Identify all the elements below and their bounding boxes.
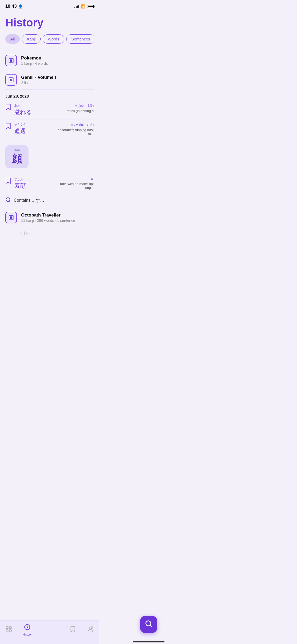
- list-item-pokemon[interactable]: Pokemon 1 kanji · 4 words: [5, 51, 94, 70]
- genki-subtitle: 2 lists: [21, 81, 56, 85]
- signal-bars-icon: [74, 4, 79, 8]
- tab-kanji[interactable]: Kanji: [22, 34, 41, 44]
- svg-rect-0: [10, 59, 12, 61]
- main-content: History All Kanji Words Sentences Lists …: [0, 11, 99, 262]
- kanji-souguu: 遭遇: [14, 127, 48, 135]
- octopath-icon: [5, 212, 17, 223]
- kanji-card-kao[interactable]: facial 顔: [5, 145, 29, 168]
- status-time: 18:43: [5, 4, 17, 9]
- word-entry-souguu[interactable]: そうぐう 遭遇 n. / v. (intr. する) encounter; ru…: [5, 119, 94, 139]
- word-main-souguu: そうぐう 遭遇: [14, 123, 48, 135]
- bookmark-abureru: [5, 104, 11, 112]
- octopath-subtitle: 11 kanji · 296 words · 1 sentence: [21, 218, 75, 223]
- battery-icon: [87, 5, 94, 8]
- word-entry-abureru[interactable]: あぶ 溢れる v. (intr. 1段) to fail (in getting…: [5, 100, 94, 119]
- kanji-card-char: 顔: [12, 152, 22, 166]
- genki-text: Genki - Volume I 2 lists: [21, 75, 56, 85]
- date-label: Jun 28, 2023: [5, 94, 94, 98]
- word-type-souguu: n. / v. (intr. する): [51, 123, 94, 127]
- filter-tabs: All Kanji Words Sentences Lists: [5, 34, 94, 45]
- word-type-abureru: v. (intr. 1段): [67, 104, 94, 108]
- furigana-sugao: すがお: [14, 177, 48, 181]
- tab-sentences[interactable]: Sentences: [66, 34, 94, 44]
- list-item-genki[interactable]: Genki - Volume I 2 lists: [5, 70, 94, 90]
- pokemon-subtitle: 1 kanji · 4 words: [21, 61, 48, 66]
- word-main-sugao: すがお 素顔: [14, 177, 48, 190]
- word-def-sugao: face with no make-up; unp...: [51, 182, 94, 190]
- word-right-sugao: n. face with no make-up; unp...: [51, 177, 94, 190]
- list-item-octopath[interactable]: Octopath Traveller 11 kanji · 296 words …: [5, 208, 94, 227]
- word-main-abureru: あぶ 溢れる: [14, 104, 63, 116]
- svg-rect-8: [10, 216, 12, 218]
- search-history-row[interactable]: Contains …す…: [5, 193, 94, 208]
- genki-icon: [5, 74, 17, 86]
- search-history-icon: [5, 197, 11, 204]
- genki-title: Genki - Volume I: [21, 75, 56, 80]
- word-right-souguu: n. / v. (intr. する) encounter; running in…: [51, 123, 94, 136]
- octopath-title: Octopath Traveller: [21, 213, 75, 218]
- kanji-sugao: 素顔: [14, 182, 48, 190]
- search-history-text: Contains …す…: [14, 198, 44, 203]
- word-entry-sugao[interactable]: すがお 素顔 n. face with no make-up; unp...: [5, 174, 94, 193]
- furigana-abureru: あぶ: [14, 104, 63, 108]
- wifi-icon: 📶: [81, 4, 85, 8]
- status-bar: 18:43 👤 📶: [0, 0, 99, 11]
- word-def-souguu: encounter; running into; m...: [51, 128, 94, 136]
- furigana-souguu: そうぐう: [14, 123, 48, 127]
- kanji-card-row: facial 顔: [5, 139, 94, 174]
- word-type-sugao: n.: [51, 177, 94, 181]
- pokemon-text: Pokemon 1 kanji · 4 words: [21, 56, 48, 66]
- user-icon: 👤: [18, 4, 23, 8]
- tab-words[interactable]: Words: [43, 34, 64, 44]
- kanji-abureru: 溢れる: [14, 108, 63, 116]
- bookmark-sugao: [5, 177, 11, 185]
- octopath-text: Octopath Traveller 11 kanji · 296 words …: [21, 213, 75, 223]
- page-title: History: [5, 16, 94, 29]
- word-def-abureru: to fail (in getting a: [67, 109, 94, 113]
- pokemon-icon: [5, 55, 17, 66]
- tab-all[interactable]: All: [5, 34, 20, 44]
- status-icons: 📶: [74, 4, 94, 8]
- svg-line-7: [9, 201, 10, 202]
- word-right-abureru: v. (intr. 1段) to fail (in getting a: [67, 104, 94, 113]
- kanji-card-label: facial: [13, 148, 20, 151]
- pokemon-title: Pokemon: [21, 56, 48, 61]
- partial-row: おお...: [5, 227, 94, 235]
- bookmark-souguu: [5, 123, 11, 131]
